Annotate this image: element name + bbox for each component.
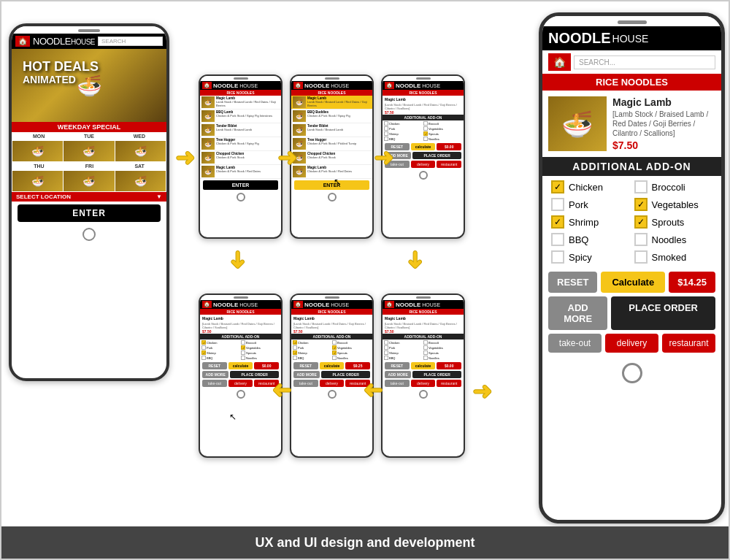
sp6-addmore[interactable]: ADD MORE xyxy=(385,371,411,378)
sp6-box-chicken[interactable] xyxy=(384,340,388,345)
sp-cb-chicken-3[interactable]: Chicken xyxy=(384,121,423,126)
xl-takeout-btn[interactable]: take-out xyxy=(548,334,602,353)
sp4-box-noodles[interactable] xyxy=(241,356,245,360)
sp5-box-broccoli[interactable] xyxy=(332,340,337,345)
sp-home-btn-2[interactable] xyxy=(328,193,337,202)
phone-home-button[interactable] xyxy=(82,228,96,241)
xl-home-button[interactable] xyxy=(622,363,642,383)
sp6-box-sprouts[interactable] xyxy=(423,350,428,355)
sp4-addmore[interactable]: ADD MORE xyxy=(202,371,228,378)
sp5-cb-shrimp[interactable]: ✓Shrimp xyxy=(293,350,331,355)
sp5-box-shrimp[interactable]: ✓ xyxy=(293,350,297,355)
sp6-cb-bbq[interactable]: BBQ xyxy=(384,356,423,360)
xl-box-chicken[interactable]: ✓ xyxy=(551,180,564,193)
sp6-cb-noodles[interactable]: Noodles xyxy=(423,356,462,360)
sp5-box-pork[interactable] xyxy=(293,345,297,350)
sp5-takeout[interactable]: take-out xyxy=(293,380,318,387)
sp4-cb-sprouts[interactable]: Sprouts xyxy=(241,350,280,355)
sp6-placeorder[interactable]: PLACE ORDER xyxy=(412,371,461,378)
sp5-box-bbq[interactable] xyxy=(293,356,297,360)
sp5-cb-bbq[interactable]: BBQ xyxy=(293,356,331,360)
sp6-cb-pork[interactable]: Pork xyxy=(384,345,423,350)
sp-cb-noodles-3[interactable]: Noodles xyxy=(423,137,462,141)
xl-cb-spicy[interactable]: Spicy xyxy=(551,250,630,264)
sp4-cb-noodles[interactable]: Noodles xyxy=(241,356,280,360)
xl-home-icon[interactable]: 🏠 xyxy=(548,53,571,71)
sp-home-btn-3[interactable] xyxy=(419,171,428,180)
sp4-box-veg[interactable]: ✓ xyxy=(241,345,245,350)
sp5-cb-chicken[interactable]: ✓Chicken xyxy=(293,340,331,345)
sp6-cb-sprouts[interactable]: Sprouts xyxy=(423,350,462,355)
sp6-box-pork[interactable] xyxy=(384,345,388,350)
xl-cb-pork[interactable]: Pork xyxy=(551,198,630,211)
xl-box-noodles[interactable] xyxy=(634,233,648,246)
home-icon[interactable]: 🏠 xyxy=(15,36,30,47)
xl-cb-bbq[interactable]: BBQ xyxy=(551,233,630,246)
sp-placeorder-btn-3[interactable]: PLACE ORDER xyxy=(412,152,461,159)
xl-box-pork[interactable] xyxy=(551,198,564,211)
sp-home-btn-1[interactable] xyxy=(237,193,245,202)
xl-cb-shrimp[interactable]: ✓ Shrimp xyxy=(551,215,630,229)
xl-box-broccoli[interactable] xyxy=(634,180,648,193)
xl-cb-noodles[interactable]: Noodles xyxy=(634,233,713,246)
sp4-delivery-btn[interactable]: delivery xyxy=(228,380,253,387)
sp5-delivery-btn[interactable]: delivery xyxy=(320,380,345,387)
sp5-box-noodles[interactable] xyxy=(332,356,337,360)
sp-cb-box-veg[interactable] xyxy=(423,126,428,131)
sp6-box-shrimp[interactable] xyxy=(384,350,388,355)
sp-restaurant-3[interactable]: restaurant xyxy=(437,161,461,168)
sp4-box-bbq[interactable] xyxy=(201,356,206,360)
xl-cb-broccoli[interactable]: Broccoli xyxy=(634,180,713,193)
sp4-cb-pork[interactable]: Pork xyxy=(201,345,240,350)
sp-cb-veg-3[interactable]: Vegetables xyxy=(423,126,462,131)
xl-delivery-btn[interactable]: delivery xyxy=(605,334,658,353)
sp-cb-box-shrimp[interactable] xyxy=(384,131,388,136)
sp4-box-chicken[interactable]: ✓ xyxy=(201,340,206,345)
sp4-box-broccoli[interactable] xyxy=(241,340,245,345)
search-input-main[interactable]: SEARCH xyxy=(98,37,163,46)
xl-search-input[interactable]: SEARCH... xyxy=(574,55,715,69)
xl-box-sprouts[interactable]: ✓ xyxy=(634,215,648,229)
xl-box-bbq[interactable] xyxy=(551,233,564,246)
sp5-cb-noodles[interactable]: Noodles xyxy=(332,356,371,360)
sp4-box-shrimp[interactable]: ✓ xyxy=(201,350,206,355)
sp5-cb-sprouts[interactable]: ✓Sprouts xyxy=(332,350,371,355)
sp6-box-noodles[interactable] xyxy=(423,356,428,360)
sp5-reset[interactable]: RESET xyxy=(293,362,318,369)
xl-placeorder-btn[interactable]: PLACE ORDER xyxy=(611,296,715,330)
sp5-box-sprouts[interactable]: ✓ xyxy=(332,350,337,355)
enter-button-main[interactable]: ENTER xyxy=(18,204,161,222)
sp6-cb-chicken[interactable]: Chicken xyxy=(384,340,423,345)
sp-cb-broccoli-3[interactable]: Broccoli xyxy=(423,121,462,126)
sp5-cb-veg[interactable]: ✓Vegetables xyxy=(332,345,371,350)
sp-home-btn-4[interactable] xyxy=(237,390,245,399)
sp-delivery-3[interactable]: delivery xyxy=(411,161,436,168)
sp4-reset[interactable]: RESET xyxy=(202,362,227,369)
xl-box-spicy[interactable] xyxy=(551,250,564,264)
sp6-box-bbq[interactable] xyxy=(384,356,388,360)
sp4-box-sprouts[interactable] xyxy=(241,350,245,355)
sp6-cb-veg[interactable]: Vegetables xyxy=(423,345,462,350)
sp-enter-btn-1[interactable]: ENTER xyxy=(203,180,278,190)
xl-addmore-btn[interactable]: ADD MORE xyxy=(548,296,607,330)
sp-home-btn-6[interactable] xyxy=(419,390,428,399)
sp5-calc[interactable]: calculate xyxy=(320,362,345,369)
sp6-restaurant[interactable]: restaurant xyxy=(437,380,461,387)
sp-cb-box-broccoli[interactable] xyxy=(423,121,428,126)
xl-cb-sprouts[interactable]: ✓ Sprouts xyxy=(634,215,713,229)
sp5-cb-broccoli[interactable]: Broccoli xyxy=(332,340,371,345)
sp-calculate-btn-3[interactable]: calculate xyxy=(411,143,436,150)
sp5-box-chicken[interactable]: ✓ xyxy=(293,340,297,345)
sp-cb-box-noodles[interactable] xyxy=(423,137,428,141)
sp4-calc[interactable]: calculate xyxy=(228,362,253,369)
sp6-calc[interactable]: calculate xyxy=(411,362,436,369)
xl-box-vegetables[interactable]: ✓ xyxy=(634,198,648,211)
sp6-box-veg[interactable] xyxy=(423,345,428,350)
select-location-bar[interactable]: SELECT LOCATION ▼ xyxy=(12,192,166,202)
sp6-cb-shrimp[interactable]: Shrimp xyxy=(384,350,423,355)
sp5-box-veg[interactable]: ✓ xyxy=(332,345,337,350)
sp-cb-box-chicken[interactable] xyxy=(384,121,388,126)
xl-box-smoked[interactable] xyxy=(634,250,648,264)
sp4-cb-bbq[interactable]: BBQ xyxy=(201,356,240,360)
sp5-cb-pork[interactable]: Pork xyxy=(293,345,331,350)
